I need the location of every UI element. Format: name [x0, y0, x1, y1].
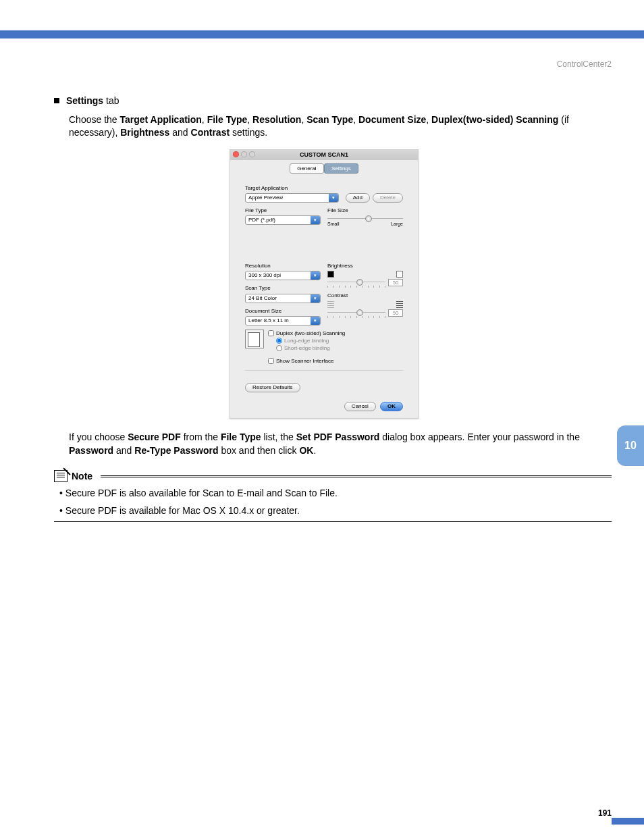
brightness-slider[interactable]	[327, 282, 385, 284]
breadcrumb: ControlCenter2	[557, 59, 612, 69]
cancel-button[interactable]: Cancel	[344, 402, 376, 411]
page-top-accent	[0, 30, 644, 38]
file-size-small-label: Small	[327, 221, 340, 228]
contrast-label: Contrast	[327, 292, 403, 299]
brightness-dark-icon	[327, 271, 334, 278]
target-app-label: Target Application	[245, 184, 403, 192]
doc-size-select[interactable]: Letter 8.5 x 11 in ▾	[245, 316, 321, 325]
long-edge-radio[interactable]: Long-edge binding	[276, 337, 345, 344]
file-size-slider[interactable]	[327, 218, 403, 221]
section-heading: Settings tab	[54, 95, 612, 108]
heading-suffix: tab	[103, 95, 119, 106]
note-list-item: Secure PDF is available for Mac OS X 10.…	[59, 504, 612, 518]
settings-dialog: CUSTOM SCAN1 General Settings Target App…	[230, 149, 419, 419]
brightness-label: Brightness	[327, 262, 403, 269]
heading-label: Settings	[66, 95, 103, 106]
duplex-label: Duplex (two-sided) Scanning	[276, 330, 345, 337]
brightness-value[interactable]: 50	[388, 279, 403, 286]
dialog-titlebar: CUSTOM SCAN1	[230, 150, 418, 160]
tab-settings[interactable]: Settings	[324, 163, 358, 174]
file-type-value: PDF (*.pdf)	[246, 216, 311, 224]
note-block: Note Secure PDF is also available for Sc…	[54, 470, 612, 523]
delete-button[interactable]: Delete	[373, 193, 403, 203]
close-icon[interactable]	[233, 151, 239, 157]
page-bottom-accent	[612, 818, 644, 825]
tab-general[interactable]: General	[290, 163, 323, 174]
zoom-icon	[249, 151, 255, 157]
chevron-down-icon: ▾	[311, 271, 320, 280]
bullet-icon	[54, 98, 59, 103]
chevron-down-icon: ▾	[311, 294, 320, 303]
ok-button[interactable]: OK	[380, 402, 403, 411]
chevron-down-icon: ▾	[311, 216, 320, 224]
note-icon	[54, 470, 68, 482]
dialog-title: CUSTOM SCAN1	[300, 151, 348, 158]
note-header-rule	[101, 475, 612, 477]
show-scanner-checkbox[interactable]: Show Scanner Interface	[268, 357, 403, 365]
scan-type-select[interactable]: 24 Bit Color ▾	[245, 294, 321, 303]
contrast-high-icon	[396, 301, 403, 308]
short-edge-label: Short-edge binding	[284, 344, 330, 352]
contrast-slider[interactable]	[327, 312, 385, 315]
resolution-label: Resolution	[245, 262, 321, 269]
short-edge-radio[interactable]: Short-edge binding	[276, 344, 345, 352]
file-type-label: File Type	[245, 207, 321, 214]
contrast-low-icon	[327, 301, 334, 308]
chevron-down-icon: ▾	[329, 194, 338, 202]
contrast-value[interactable]: 50	[388, 309, 403, 317]
file-size-large-label: Large	[391, 221, 403, 228]
page-content: Settings tab Choose the Target Applicati…	[54, 95, 612, 522]
window-controls	[233, 151, 255, 157]
page-number: 191	[598, 808, 612, 818]
target-app-value: Apple Preview	[246, 194, 329, 202]
minimize-icon	[241, 151, 247, 157]
resolution-select[interactable]: 300 x 300 dpi ▾	[245, 271, 321, 280]
note-list-item: Secure PDF is also available for Scan to…	[59, 487, 612, 500]
chevron-down-icon: ▾	[311, 317, 320, 325]
scan-type-label: Scan Type	[245, 284, 321, 292]
duplex-checkbox[interactable]: Duplex (two-sided) Scanning	[268, 330, 345, 337]
resolution-value: 300 x 300 dpi	[246, 271, 311, 280]
restore-defaults-button[interactable]: Restore Defaults	[245, 383, 300, 392]
after-paragraph: If you choose Secure PDF from the File T…	[69, 431, 612, 457]
chapter-side-tab: 10	[617, 425, 644, 466]
scan-type-value: 24 Bit Color	[246, 294, 311, 303]
file-size-label: File Size	[327, 207, 403, 214]
brightness-light-icon	[396, 271, 403, 278]
file-type-select[interactable]: PDF (*.pdf) ▾	[245, 215, 321, 225]
doc-size-label: Document Size	[245, 307, 321, 315]
target-app-select[interactable]: Apple Preview ▾	[245, 193, 339, 203]
note-title: Note	[72, 470, 92, 484]
long-edge-label: Long-edge binding	[284, 337, 329, 344]
show-scanner-label: Show Scanner Interface	[276, 357, 333, 365]
note-list: Secure PDF is also available for Scan to…	[59, 487, 612, 517]
doc-size-value: Letter 8.5 x 11 in	[246, 317, 311, 325]
intro-paragraph: Choose the Target Application, File Type…	[69, 113, 612, 140]
dialog-separator	[245, 370, 403, 371]
add-button[interactable]: Add	[346, 193, 370, 203]
note-bottom-rule	[54, 521, 612, 522]
duplex-icon	[245, 330, 264, 348]
